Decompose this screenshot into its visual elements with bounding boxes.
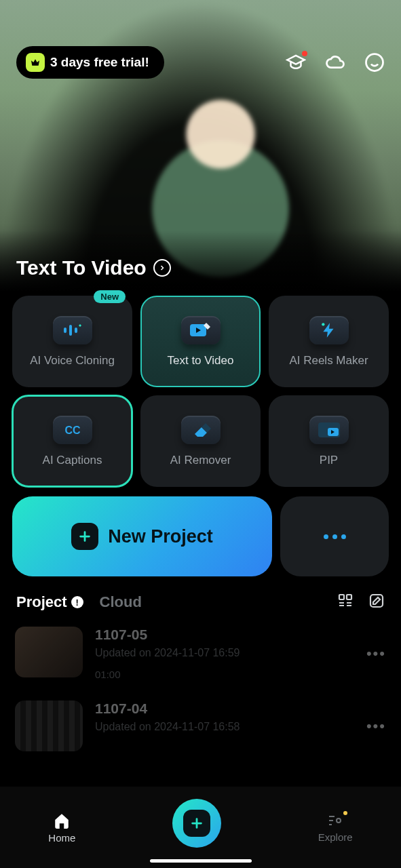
svg-point-5 <box>322 323 324 326</box>
project-item[interactable]: 1107-05 Updated on 2024-11-07 16:59 01:0… <box>15 620 386 694</box>
notification-dot <box>343 811 347 815</box>
nav-home-label: Home <box>48 832 75 844</box>
project-thumbnail <box>15 627 83 677</box>
free-trial-pill[interactable]: 3 days free trial! <box>16 46 164 79</box>
plus-icon <box>183 810 210 837</box>
text-to-video-icon <box>181 316 221 344</box>
svg-rect-11 <box>347 595 351 599</box>
new-project-label: New Project <box>108 526 213 547</box>
project-duration: 01:00 <box>95 669 354 680</box>
hero-banner: 3 days free trial! Text To Video <box>0 0 401 298</box>
crown-icon <box>26 53 45 72</box>
pip-icon <box>309 416 349 444</box>
project-header: Project ! Cloud <box>0 576 401 620</box>
cloud-icon[interactable] <box>325 52 345 73</box>
nav-create-button[interactable] <box>172 799 221 848</box>
svg-rect-3 <box>75 328 77 333</box>
project-updated: Updated on 2024-11-07 16:59 <box>95 647 354 659</box>
home-indicator <box>150 859 252 863</box>
tab-cloud[interactable]: Cloud <box>100 593 142 611</box>
tab-cloud-label: Cloud <box>100 593 142 611</box>
feature-pip[interactable]: PIP <box>269 395 389 487</box>
feature-label: AI Remover <box>170 454 231 467</box>
feature-ai-remover[interactable]: AI Remover <box>140 395 261 487</box>
nav-explore-label: Explore <box>318 831 353 843</box>
edit-icon[interactable] <box>368 593 385 612</box>
feature-ai-reels-maker[interactable]: AI Reels Maker <box>269 296 389 387</box>
voice-cloning-icon <box>53 316 92 344</box>
project-name: 1107-04 <box>95 701 354 717</box>
nav-home[interactable]: Home <box>48 812 75 844</box>
plus-icon <box>71 523 98 550</box>
project-more-icon[interactable]: ••• <box>366 717 386 735</box>
nav-explore[interactable]: Explore <box>318 812 353 843</box>
project-updated: Updated on 2024-11-07 16:58 <box>95 721 354 733</box>
svg-text:CC: CC <box>64 425 81 436</box>
feature-label: AI Voice Cloning <box>30 354 115 368</box>
new-project-button[interactable]: New Project <box>12 496 272 576</box>
reels-maker-icon <box>309 316 349 344</box>
captions-icon: CC <box>53 416 92 444</box>
dot-icon <box>341 534 346 539</box>
project-meta: 1107-05 Updated on 2024-11-07 16:59 01:0… <box>95 627 354 680</box>
project-item[interactable]: 1107-04 Updated on 2024-11-07 16:58 ••• <box>15 694 386 765</box>
grid-view-icon[interactable] <box>337 593 354 612</box>
notification-dot <box>302 51 307 56</box>
project-meta: 1107-04 Updated on 2024-11-07 16:58 <box>95 701 354 733</box>
hero-title[interactable]: Text To Video <box>16 256 171 279</box>
svg-rect-10 <box>339 595 344 599</box>
dot-icon <box>324 534 328 539</box>
profile-icon[interactable] <box>364 52 385 73</box>
feature-grid: New AI Voice Cloning Text to Video AI Re… <box>0 296 401 487</box>
action-row: New Project <box>0 487 401 576</box>
dot-icon <box>332 534 337 539</box>
tab-project-label: Project <box>16 593 67 611</box>
hero-title-text: Text To Video <box>16 256 147 279</box>
info-icon: ! <box>71 596 83 608</box>
feature-label: PIP <box>320 454 338 467</box>
project-thumbnail <box>15 701 83 751</box>
feature-ai-captions[interactable]: CC AI Captions <box>12 395 132 487</box>
eraser-icon <box>181 416 221 444</box>
feature-label: AI Reels Maker <box>289 354 368 368</box>
svg-point-0 <box>366 54 383 71</box>
chevron-right-icon <box>153 259 171 277</box>
project-name: 1107-05 <box>95 627 354 643</box>
feature-ai-voice-cloning[interactable]: New AI Voice Cloning <box>12 296 132 387</box>
bottom-nav: Home Explore <box>0 787 401 868</box>
svg-rect-12 <box>370 595 383 607</box>
academy-icon[interactable] <box>286 52 306 73</box>
more-button[interactable] <box>280 496 389 576</box>
feature-label: Text to Video <box>168 354 234 368</box>
top-bar: 3 days free trial! <box>16 46 385 79</box>
svg-rect-2 <box>69 325 72 336</box>
svg-point-13 <box>337 818 341 823</box>
tab-project[interactable]: Project ! <box>16 593 83 611</box>
feature-text-to-video[interactable]: Text to Video <box>140 296 261 387</box>
new-badge: New <box>94 290 126 303</box>
project-more-icon[interactable]: ••• <box>366 645 386 663</box>
top-icons <box>286 52 385 73</box>
project-list: 1107-05 Updated on 2024-11-07 16:59 01:0… <box>0 620 401 765</box>
free-trial-label: 3 days free trial! <box>50 55 149 70</box>
feature-label: AI Captions <box>43 454 102 467</box>
svg-rect-1 <box>64 328 66 333</box>
